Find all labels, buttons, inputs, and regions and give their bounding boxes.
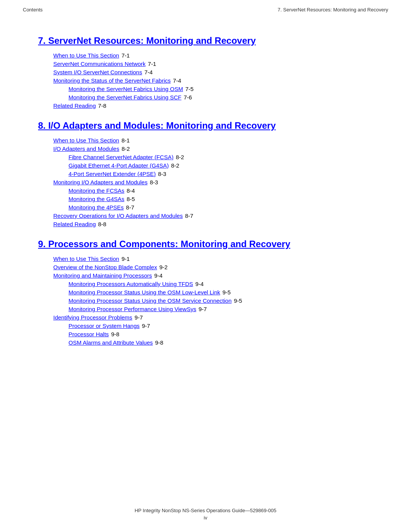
toc-row: 4-Port ServerNet Extender (4PSE)8-3: [38, 171, 373, 177]
toc-row: Processor or System Hangs9-7: [38, 323, 373, 329]
toc-page: 9-4: [154, 272, 162, 279]
toc-page: 7-5: [185, 86, 194, 92]
toc-row: I/O Adapters and Modules8-2: [38, 145, 373, 152]
toc-link[interactable]: Monitoring I/O Adapters and Modules: [53, 179, 148, 185]
toc-page: 8-2: [121, 145, 130, 152]
toc-row: Monitoring and Maintaining Processors9-4: [38, 272, 373, 279]
toc-row: Gigabit Ethernet 4-Port Adapter (G4SA)8-…: [38, 162, 373, 169]
toc-row: When to Use This Section8-1: [38, 137, 373, 144]
toc-page: 7-4: [173, 77, 181, 84]
toc-row: System I/O ServerNet Connections7-4: [38, 69, 373, 75]
toc-link[interactable]: 4-Port ServerNet Extender (4PSE): [68, 171, 156, 177]
toc-page: 7-8: [98, 102, 107, 109]
toc-row: When to Use This Section9-1: [38, 256, 373, 262]
toc-link[interactable]: Recovery Operations for I/O Adapters and…: [53, 212, 183, 219]
toc-row: Identifying Processor Problems9-7: [38, 314, 373, 321]
chapter-section-ch7: 7. ServerNet Resources: Monitoring and R…: [38, 35, 373, 109]
toc-page: 9-8: [111, 331, 119, 337]
toc-link[interactable]: ServerNet Communications Network: [53, 61, 146, 67]
toc-link[interactable]: Fibre Channel ServerNet Adapter (FCSA): [68, 154, 174, 160]
toc-page: 9-5: [223, 289, 231, 296]
toc-row: Monitoring I/O Adapters and Modules8-3: [38, 179, 373, 185]
header-right: 7. ServerNet Resources: Monitoring and R…: [278, 7, 388, 13]
toc-row: Monitoring the ServerNet Fabrics Using O…: [38, 86, 373, 92]
toc-page: 7-6: [184, 94, 192, 101]
toc-link[interactable]: Overview of the NonStop Blade Complex: [53, 264, 157, 270]
toc-link[interactable]: Monitoring Processor Status Using the OS…: [68, 297, 232, 304]
toc-page: 8-4: [127, 187, 135, 194]
toc-link[interactable]: Monitoring Processor Status Using the OS…: [68, 289, 220, 296]
toc-page: 9-4: [195, 281, 204, 287]
toc-link[interactable]: Monitoring Processors Automatically Usin…: [68, 281, 193, 287]
chapter-heading-ch7[interactable]: 7. ServerNet Resources: Monitoring and R…: [38, 35, 373, 46]
toc-page: 8-1: [121, 137, 130, 144]
toc-page: 9-1: [121, 256, 130, 262]
toc-row: Processor Halts9-8: [38, 331, 373, 337]
page-footer: HP Integrity NonStop NS-Series Operation…: [0, 508, 411, 521]
toc-page: 9-7: [142, 323, 150, 329]
toc-link[interactable]: Monitoring the G4SAs: [68, 196, 124, 202]
toc-link[interactable]: Processor Halts: [68, 331, 109, 337]
toc-page: 8-3: [150, 179, 158, 185]
toc-row: Monitoring Processor Status Using the OS…: [38, 297, 373, 304]
toc-link[interactable]: Gigabit Ethernet 4-Port Adapter (G4SA): [68, 162, 169, 169]
toc-page: 9-5: [234, 297, 242, 304]
toc-link[interactable]: When to Use This Section: [53, 137, 119, 144]
toc-page: 8-2: [171, 162, 179, 169]
toc-page: 7-1: [148, 61, 156, 67]
toc-link[interactable]: When to Use This Section: [53, 52, 119, 59]
toc-link[interactable]: Monitoring and Maintaining Processors: [53, 272, 152, 279]
toc-page: 9-8: [155, 339, 164, 346]
toc-row: Overview of the NonStop Blade Complex9-2: [38, 264, 373, 270]
toc-link[interactable]: When to Use This Section: [53, 256, 119, 262]
toc-link[interactable]: Monitoring Processor Performance Using V…: [68, 306, 196, 312]
toc-page: 8-7: [126, 204, 134, 211]
toc-link[interactable]: System I/O ServerNet Connections: [53, 69, 142, 75]
chapter-heading-ch9[interactable]: 9. Processors and Components: Monitoring…: [38, 239, 373, 249]
toc-link[interactable]: Identifying Processor Problems: [53, 314, 132, 321]
toc-row: Monitoring the FCSAs8-4: [38, 187, 373, 194]
header-left: Contents: [23, 7, 43, 13]
toc-page: 9-2: [159, 264, 168, 270]
toc-row: Monitoring Processor Performance Using V…: [38, 306, 373, 312]
toc-link[interactable]: Related Reading: [53, 221, 96, 227]
toc-row: Fibre Channel ServerNet Adapter (FCSA)8-…: [38, 154, 373, 160]
chapter-heading-ch8[interactable]: 8. I/O Adapters and Modules: Monitoring …: [38, 120, 373, 131]
toc-page: 7-1: [121, 52, 130, 59]
toc-content: 7. ServerNet Resources: Monitoring and R…: [0, 16, 411, 378]
toc-page: 8-2: [176, 154, 184, 160]
toc-row: Monitoring the Status of the ServerNet F…: [38, 77, 373, 84]
toc-row: Related Reading7-8: [38, 102, 373, 109]
toc-link[interactable]: I/O Adapters and Modules: [53, 145, 119, 152]
chapter-section-ch9: 9. Processors and Components: Monitoring…: [38, 239, 373, 346]
footer-line1: HP Integrity NonStop NS-Series Operation…: [0, 508, 411, 513]
toc-row: Recovery Operations for I/O Adapters and…: [38, 212, 373, 219]
toc-row: Monitoring Processors Automatically Usin…: [38, 281, 373, 287]
toc-link[interactable]: Processor or System Hangs: [68, 323, 140, 329]
toc-row: When to Use This Section7-1: [38, 52, 373, 59]
toc-page: 9-7: [135, 314, 143, 321]
toc-row: OSM Alarms and Attribute Values9-8: [38, 339, 373, 346]
toc-link[interactable]: Monitoring the FCSAs: [68, 187, 124, 194]
toc-page: 7-4: [144, 69, 153, 75]
toc-link[interactable]: Monitoring the Status of the ServerNet F…: [53, 77, 170, 84]
page-header: Contents 7. ServerNet Resources: Monitor…: [0, 0, 411, 16]
footer-line2: iv: [0, 515, 411, 521]
toc-link[interactable]: OSM Alarms and Attribute Values: [68, 339, 153, 346]
toc-link[interactable]: Monitoring the ServerNet Fabrics Using O…: [68, 86, 183, 92]
toc-link[interactable]: Monitoring the ServerNet Fabrics Using S…: [68, 94, 182, 101]
toc-page: 8-5: [127, 196, 135, 202]
toc-row: Monitoring the 4PSEs8-7: [38, 204, 373, 211]
toc-row: Monitoring the G4SAs8-5: [38, 196, 373, 202]
toc-page: 8-7: [185, 212, 193, 219]
toc-row: Monitoring the ServerNet Fabrics Using S…: [38, 94, 373, 101]
chapter-section-ch8: 8. I/O Adapters and Modules: Monitoring …: [38, 120, 373, 227]
toc-row: Related Reading8-8: [38, 221, 373, 227]
toc-page: 8-3: [158, 171, 166, 177]
toc-link[interactable]: Monitoring the 4PSEs: [68, 204, 124, 211]
toc-page: 8-8: [98, 221, 107, 227]
toc-row: Monitoring Processor Status Using the OS…: [38, 289, 373, 296]
toc-link[interactable]: Related Reading: [53, 102, 96, 109]
toc-row: ServerNet Communications Network7-1: [38, 61, 373, 67]
toc-page: 9-7: [199, 306, 207, 312]
